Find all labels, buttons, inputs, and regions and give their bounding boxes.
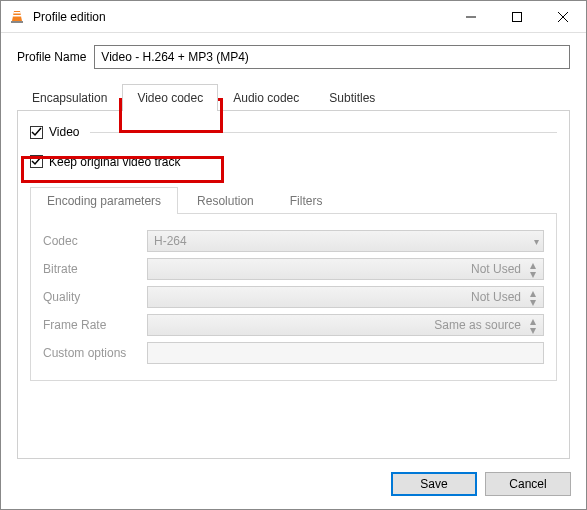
video-checkbox-label: Video bbox=[49, 125, 79, 139]
chevron-down-icon: ▾ bbox=[527, 325, 539, 334]
bitrate-spinner[interactable]: Not Used ▴▾ bbox=[147, 258, 544, 280]
subtab-filters[interactable]: Filters bbox=[273, 187, 340, 214]
custom-options-input[interactable] bbox=[147, 342, 544, 364]
tab-video-codec[interactable]: Video codec bbox=[122, 84, 218, 111]
framerate-spinner[interactable]: Same as source ▴▾ bbox=[147, 314, 544, 336]
svg-rect-2 bbox=[11, 21, 23, 23]
chevron-down-icon: ▾ bbox=[534, 236, 539, 247]
save-button[interactable]: Save bbox=[391, 472, 477, 496]
svg-rect-1 bbox=[14, 12, 21, 14]
encoding-parameters-panel: Codec H-264 ▾ Bitrate Not Used ▴▾ Qualit… bbox=[30, 214, 557, 381]
video-checkbox[interactable] bbox=[30, 126, 43, 139]
video-codec-panel: Video Keep original video track Encoding… bbox=[17, 111, 570, 459]
maximize-button[interactable] bbox=[494, 1, 540, 32]
chevron-down-icon: ▾ bbox=[527, 269, 539, 278]
svg-rect-4 bbox=[513, 12, 522, 21]
codec-value: H-264 bbox=[154, 234, 187, 248]
framerate-label: Frame Rate bbox=[43, 318, 147, 332]
custom-options-label: Custom options bbox=[43, 346, 147, 360]
profile-name-label: Profile Name bbox=[17, 50, 86, 64]
window-title: Profile edition bbox=[33, 10, 448, 24]
titlebar: Profile edition bbox=[1, 1, 586, 33]
group-divider bbox=[90, 132, 557, 133]
bitrate-label: Bitrate bbox=[43, 262, 147, 276]
profile-name-input[interactable] bbox=[94, 45, 570, 69]
tab-audio-codec[interactable]: Audio codec bbox=[218, 84, 314, 111]
cancel-button[interactable]: Cancel bbox=[485, 472, 571, 496]
framerate-value: Same as source bbox=[434, 318, 521, 332]
sub-tabs: Encoding parameters Resolution Filters bbox=[30, 186, 557, 214]
keep-original-checkbox[interactable] bbox=[30, 155, 43, 168]
quality-spinner[interactable]: Not Used ▴▾ bbox=[147, 286, 544, 308]
vlc-icon bbox=[9, 9, 25, 25]
codec-label: Codec bbox=[43, 234, 147, 248]
subtab-resolution[interactable]: Resolution bbox=[180, 187, 271, 214]
main-tabs: Encapsulation Video codec Audio codec Su… bbox=[17, 83, 570, 111]
close-button[interactable] bbox=[540, 1, 586, 32]
quality-label: Quality bbox=[43, 290, 147, 304]
quality-value: Not Used bbox=[471, 290, 521, 304]
tab-encapsulation[interactable]: Encapsulation bbox=[17, 84, 122, 111]
bitrate-value: Not Used bbox=[471, 262, 521, 276]
tab-subtitles[interactable]: Subtitles bbox=[314, 84, 390, 111]
svg-rect-0 bbox=[13, 15, 21, 17]
subtab-encoding-parameters[interactable]: Encoding parameters bbox=[30, 187, 178, 214]
codec-dropdown[interactable]: H-264 ▾ bbox=[147, 230, 544, 252]
minimize-button[interactable] bbox=[448, 1, 494, 32]
chevron-down-icon: ▾ bbox=[527, 297, 539, 306]
keep-original-label: Keep original video track bbox=[49, 155, 180, 169]
